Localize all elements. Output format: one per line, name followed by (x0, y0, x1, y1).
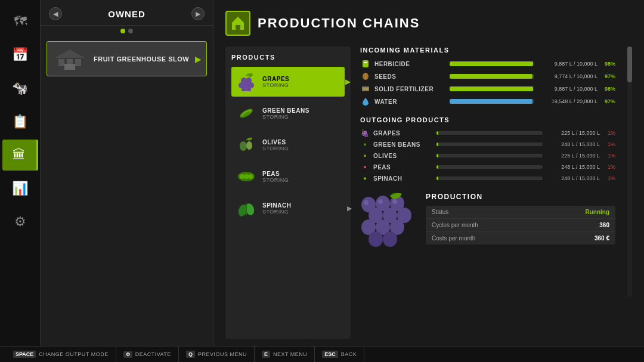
herbicide-value: 9,887 L / 10,000 L (538, 61, 597, 67)
material-row-herbicide: HERBICIDE 9,887 L / 10,000 L 98% (360, 58, 615, 69)
peas-icon (235, 165, 258, 188)
prod-row-costs: Costs per month 360 € (426, 232, 615, 245)
green-beans-name: GREEN BEANS (262, 107, 309, 114)
building-item-fruit-greenhouse[interactable]: FRUIT GREENHOUSE SLOW ▶ (47, 41, 207, 76)
documents-icon: 📋 (12, 114, 28, 129)
water-pct: 97% (601, 98, 615, 104)
owned-title: OWNED (108, 9, 145, 19)
svg-point-43 (364, 200, 369, 205)
svg-rect-27 (363, 60, 369, 67)
peas-sub: STORING (262, 177, 289, 183)
green-beans-sub: STORING (262, 114, 309, 120)
bottom-prev-menu-item[interactable]: Q PREVIOUS MENU (179, 346, 255, 362)
owned-dots (41, 26, 213, 36)
out-peas-name: PEAS (373, 164, 433, 171)
sidebar-item-buildings[interactable]: 🏛 (2, 140, 38, 171)
bottom-deactivate-item[interactable]: ⚙ DEACTIVATE (116, 346, 179, 362)
seeds-progress (450, 74, 534, 79)
sidebar-item-stats[interactable]: 📊 (2, 173, 38, 204)
outgoing-products-section: OUTGOING PRODUCTS 🍇 GRAPES 225 L / 15,00… (360, 116, 615, 183)
out-green-beans-icon: ● (360, 140, 370, 149)
svg-rect-3 (75, 59, 81, 66)
peas-name: PEAS (262, 171, 289, 177)
product-item-green-beans[interactable]: GREEN BEANS STORING (231, 98, 345, 128)
production-title: PRODUCTION (426, 193, 615, 201)
product-text-peas: PEAS STORING (262, 171, 289, 183)
solid-fertilizer-icon (360, 83, 371, 94)
svg-point-41 (369, 231, 383, 247)
seeds-icon (360, 71, 371, 82)
prev-menu-label: PREVIOUS MENU (198, 351, 247, 357)
out-olives-bar (436, 154, 543, 157)
material-row-solid-fertilizer: SOLID FERTILIZER 9,887 L / 10,000 L 98% (360, 83, 615, 94)
out-peas-icon: ● (360, 162, 370, 172)
svg-point-18 (240, 141, 247, 151)
scrollbar-track[interactable] (627, 47, 632, 297)
scrollbar-thumb[interactable] (627, 47, 632, 82)
green-beans-icon (235, 102, 258, 125)
herbicide-name: HERBICIDE (374, 61, 446, 67)
seeds-value: 9,774 L / 10,000 L (538, 73, 597, 79)
sidebar-item-settings[interactable]: ⚙ (2, 206, 38, 237)
sidebar-item-documents[interactable]: 📋 (2, 106, 38, 137)
product-item-grapes[interactable]: GRAPES STORING ▶ (231, 67, 345, 97)
solid-fertilizer-value: 9,887 L / 10,000 L (538, 86, 597, 92)
svg-point-22 (240, 174, 244, 179)
space-key: SPACE (13, 351, 36, 358)
herbicide-progress (450, 61, 534, 66)
olives-icon (235, 134, 258, 156)
calendar-icon: 📅 (12, 47, 28, 63)
out-spinach-value: 248 L / 15,000 L (546, 175, 600, 181)
product-text-olives: OLIVES STORING (262, 139, 289, 151)
svg-rect-1 (58, 59, 64, 66)
next-menu-label: NEXT MENU (273, 351, 307, 357)
sidebar-item-animals[interactable]: 🐄 (2, 73, 38, 104)
svg-rect-28 (364, 62, 367, 63)
sidebar-item-map[interactable]: 🗺 (2, 6, 38, 37)
product-item-olives[interactable]: OLIVES STORING (231, 130, 345, 160)
product-text-grapes: GRAPES STORING (262, 76, 289, 88)
products-panel-title: PRODUCTS (231, 54, 345, 61)
building-select-arrow: ▶ (195, 54, 202, 64)
olives-name: OLIVES (262, 139, 289, 146)
svg-point-42 (383, 231, 397, 247)
herbicide-pct: 98% (601, 61, 615, 67)
next-nav-button[interactable]: ▶ (191, 7, 205, 20)
water-icon (360, 96, 371, 107)
product-text-green-beans: GREEN BEANS STORING (262, 107, 309, 120)
prev-nav-button[interactable]: ◀ (49, 7, 62, 20)
incoming-materials-title: INCOMING MATERIALS (360, 47, 615, 54)
product-item-peas[interactable]: PEAS STORING (231, 162, 345, 191)
grapes-icon (235, 70, 258, 93)
material-row-water: WATER 19,548 L / 20,000 L 97% (360, 96, 615, 107)
out-spinach-name: SPINACH (373, 175, 433, 182)
incoming-materials-section: INCOMING MATERIALS HERBICIDE 9,887 L / 1… (360, 47, 615, 107)
svg-point-16 (247, 72, 253, 78)
grapes-sub: STORING (262, 82, 289, 88)
svg-marker-7 (232, 17, 244, 23)
out-grapes-value: 225 L / 15,000 L (546, 130, 600, 136)
out-grapes-bar (436, 131, 543, 135)
solid-fertilizer-pct: 98% (601, 86, 615, 92)
sidebar-item-calendar[interactable]: 📅 (2, 39, 38, 70)
stats-icon: 📊 (12, 181, 28, 196)
svg-point-44 (378, 199, 383, 204)
page-header: PRODUCTION CHAINS (225, 11, 632, 36)
product-text-spinach: SPINACH STORING (262, 202, 292, 215)
out-spinach-pct: 1% (603, 175, 615, 181)
sidebar: 🗺 📅 🐄 📋 🏛 📊 ⚙ (0, 0, 41, 362)
svg-rect-8 (236, 25, 240, 30)
bottom-next-menu-item[interactable]: E NEXT MENU (255, 346, 315, 362)
material-row-seeds: SEEDS 9,774 L / 10,000 L 97% (360, 71, 615, 82)
solid-fertilizer-name: SOLID FERTILIZER (374, 86, 446, 92)
buildings-icon: 🏛 (13, 147, 26, 163)
svg-marker-4 (55, 49, 85, 58)
dot-2 (128, 29, 133, 33)
esc-key: ESC (322, 351, 338, 358)
outgoing-row-green-beans: ● GREEN BEANS 248 L / 15,000 L 1% (360, 140, 615, 149)
main-content: PRODUCTION CHAINS PRODUCTS (213, 0, 644, 346)
product-item-spinach[interactable]: SPINACH STORING ▶ (231, 193, 345, 223)
bottom-bar: SPACE CHANGE OUTPUT MODE ⚙ DEACTIVATE Q … (0, 346, 644, 362)
bottom-space-item[interactable]: SPACE CHANGE OUTPUT MODE (6, 346, 116, 362)
bottom-back-item[interactable]: ESC BACK (315, 346, 364, 362)
